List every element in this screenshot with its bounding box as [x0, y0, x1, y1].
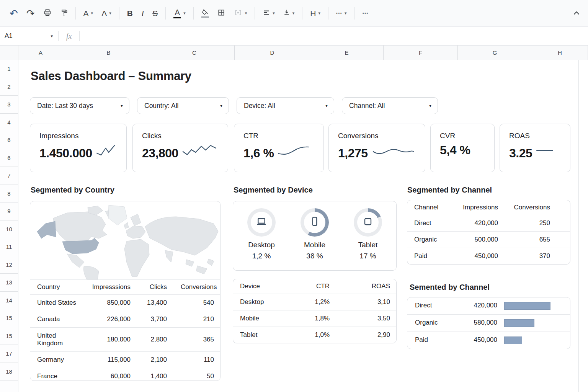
map-greenland	[108, 205, 127, 225]
paint-format-button[interactable]	[56, 6, 72, 20]
map-asia	[145, 217, 218, 255]
row-header-11[interactable]: 11	[0, 238, 18, 256]
column-header-B[interactable]: B	[63, 46, 154, 60]
filter-chip-device[interactable]: Device: All▾	[237, 97, 334, 114]
undo-button[interactable]: ↶	[5, 6, 22, 21]
tablet-icon	[362, 216, 374, 229]
text-color-button[interactable]: A▾	[169, 6, 190, 21]
toolbar-divider	[255, 7, 255, 20]
print-button[interactable]	[39, 6, 56, 20]
table-row: Germany115,0002,100110	[30, 352, 220, 368]
table-cell: United Kingdom	[30, 328, 84, 352]
row-header-6[interactable]: 6	[0, 149, 18, 167]
filter-chip-country[interactable]: Country: All▾	[137, 97, 229, 114]
vertical-align-bottom-icon	[283, 9, 290, 18]
channel-bar-row-paid: Paid450,000	[407, 332, 570, 349]
table-cell: 250	[505, 215, 570, 232]
row-header-1[interactable]: 1	[0, 60, 18, 78]
merge-cells-icon	[234, 9, 243, 18]
row-header-9[interactable]: 9	[0, 203, 18, 220]
donut-value: 38 %	[306, 252, 323, 260]
borders-button[interactable]	[213, 7, 229, 20]
map-europe	[126, 226, 145, 238]
sparkline-icon	[535, 143, 554, 160]
bold-button[interactable]: B	[123, 7, 137, 20]
bar	[504, 302, 550, 310]
row-header-6[interactable]: 6	[0, 131, 18, 149]
column-header-A[interactable]: A	[18, 46, 63, 60]
channel-bar-row-direct: Direct420,000	[407, 297, 570, 315]
row-header-15[interactable]: 15	[0, 309, 18, 327]
row-header-15[interactable]: 15	[0, 327, 18, 345]
column-header-E[interactable]: E	[310, 46, 384, 60]
map-india	[165, 250, 173, 262]
table-cell: Paid	[407, 248, 451, 265]
phone-icon	[309, 216, 321, 229]
table-cell: 370	[505, 248, 570, 265]
column-header-D[interactable]: D	[235, 46, 310, 60]
borders-icon	[217, 9, 225, 18]
row-header-2[interactable]: 2	[0, 78, 18, 96]
table-cell: Germany	[30, 352, 84, 368]
row-header-4[interactable]: 4	[0, 114, 18, 132]
kpi-card-ctr: CTR1,6 %	[234, 124, 324, 172]
column-header-H[interactable]: H	[532, 46, 588, 60]
paint-format-icon	[60, 8, 68, 18]
filter-chip-date[interactable]: Date: Last 30 days▾	[30, 97, 129, 114]
donut-value: 1,2 %	[252, 252, 271, 260]
row-header-12[interactable]: 12	[0, 256, 18, 274]
font-size-dropdown[interactable]: Λ▾	[97, 7, 116, 20]
collapse-toolbar-button[interactable]	[570, 7, 583, 19]
table-cell: Canada	[30, 311, 84, 328]
more-formats-button[interactable]: •••▾	[332, 9, 351, 18]
column-header-C[interactable]: C	[154, 46, 235, 60]
row-header-17[interactable]: 17	[0, 345, 18, 363]
row-header-8[interactable]: 8	[0, 185, 18, 203]
merge-cells-button[interactable]: ▾	[229, 7, 252, 20]
map-south-america	[83, 266, 99, 280]
row-header-14[interactable]: 14	[0, 292, 18, 310]
italic-button[interactable]: I	[137, 7, 148, 20]
filter-chip-channel[interactable]: Channel: All▾	[342, 97, 438, 114]
strikethrough-button[interactable]: S	[148, 7, 162, 20]
chevron-down-icon: ▾	[121, 103, 123, 108]
overflow-menu-button[interactable]: •••	[358, 9, 373, 18]
font-style-dropdown[interactable]: A▾	[79, 7, 98, 20]
row-header-10[interactable]: 10	[0, 220, 18, 238]
table-column-header: ROAS	[336, 279, 397, 294]
donut-ring	[301, 208, 329, 237]
sheet-canvas[interactable]: Sales Dashboard – Summary Date: Last 30 …	[18, 60, 588, 392]
formula-input[interactable]	[80, 27, 588, 45]
map-africa	[124, 239, 149, 277]
row-header-13[interactable]: 13	[0, 274, 18, 292]
h-format-dropdown[interactable]: H▾	[306, 7, 325, 20]
device-donut-mobile: Mobile38 %	[290, 208, 340, 260]
redo-button[interactable]: ↷	[22, 6, 39, 21]
name-box-value: A1	[5, 32, 13, 40]
text-color-icon: A	[173, 8, 181, 18]
select-all-corner[interactable]	[0, 46, 18, 60]
table-row: Mobile1,8%3,50	[233, 310, 397, 327]
toolbar-divider	[193, 7, 194, 20]
table-cell: Mobile	[233, 310, 291, 327]
scrollbar-edge	[578, 60, 579, 392]
table-cell: 50	[174, 368, 220, 381]
formula-bar: A1 ▾ fx	[0, 27, 588, 46]
row-header-3[interactable]: 3	[0, 96, 18, 114]
column-header-F[interactable]: F	[384, 46, 458, 60]
table-row: Desktop1,2%3,10	[233, 294, 397, 310]
page-title: Sales Dashboard – Summary	[31, 69, 191, 83]
fill-color-button[interactable]	[197, 7, 213, 20]
table-cell: 2,100	[137, 352, 174, 368]
horizontal-align-button[interactable]: ▾	[258, 7, 279, 20]
name-box[interactable]: A1 ▾	[0, 32, 58, 40]
table-column-header: Conversions	[174, 280, 220, 295]
table-row: United States850,00013,400540	[30, 295, 220, 311]
kpi-label: Clicks	[142, 132, 228, 140]
row-header-18[interactable]: 18	[0, 363, 18, 381]
sparkline-icon	[181, 143, 220, 160]
fill-color-icon	[201, 9, 209, 18]
row-header-7[interactable]: 7	[0, 167, 18, 185]
vertical-align-button[interactable]: ▾	[279, 7, 299, 20]
column-header-G[interactable]: G	[458, 46, 532, 60]
